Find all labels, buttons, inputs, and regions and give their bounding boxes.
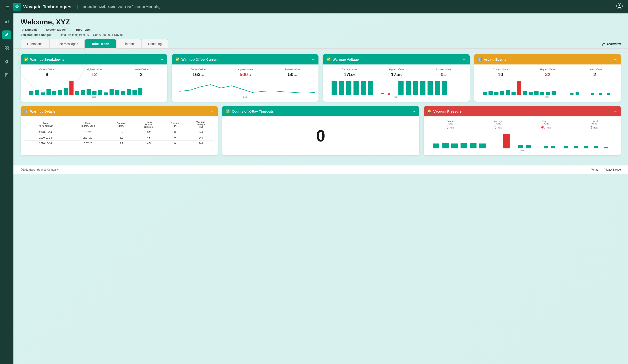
svg-rect-69 xyxy=(591,93,594,95)
main-content: Welcome, XYZ PA Number: System Model: Tu… xyxy=(13,13,628,364)
card-arrow-warmup-breakdowns[interactable]: → xyxy=(160,57,164,61)
card-warmup-voltage: ✅ Warmup Voltage → Current Value 175kV xyxy=(323,54,470,102)
table-row: 2020-10-1413:07:201.24.50244 xyxy=(24,135,214,141)
svg-rect-32 xyxy=(121,91,125,95)
card-arrow-xray[interactable]: → xyxy=(412,109,416,113)
vp-average: AverageValue 3 nbar xyxy=(475,120,521,130)
tab-filament[interactable]: Filament xyxy=(116,39,141,48)
svg-rect-30 xyxy=(109,89,114,95)
card-header-warmup-voltage: ✅ Warmup Voltage → xyxy=(323,54,470,65)
svg-rect-23 xyxy=(70,80,74,95)
svg-rect-78 xyxy=(479,144,486,148)
tab-operations[interactable]: Operations xyxy=(21,39,49,48)
sidebar-item-reports[interactable] xyxy=(2,71,11,80)
stat-lowest-wb: Lowest Value 2 xyxy=(134,68,149,77)
sidebar-item-settings[interactable] xyxy=(2,57,11,66)
privacy-link[interactable]: Privacy Notice xyxy=(604,168,621,171)
logo: Waygate Technologies xyxy=(13,3,71,11)
check-icon-3: ✅ xyxy=(326,57,331,61)
tab-bar: Operations Tube Messages Tube Health Fil… xyxy=(13,39,628,49)
card-arrow-arcing[interactable]: → xyxy=(614,57,617,61)
user-menu[interactable] xyxy=(616,3,623,10)
tube-type: Tube Type: xyxy=(76,28,90,31)
info-icon-2: ℹ️ xyxy=(24,109,28,113)
nav-subtitle: Inspection Works Care – Asset Performanc… xyxy=(83,5,160,8)
svg-rect-88 xyxy=(604,147,608,148)
logo-icon xyxy=(13,3,21,11)
svg-rect-66 xyxy=(552,91,556,95)
svg-rect-51 xyxy=(435,81,440,95)
check-icon-2: ✅ xyxy=(175,57,180,61)
svg-rect-16 xyxy=(29,91,34,95)
card-arcing-events: ℹ️ Arcing Events → Current Value 10 xyxy=(474,54,621,102)
svg-rect-57 xyxy=(500,91,504,95)
svg-rect-3 xyxy=(6,21,7,23)
svg-rect-40 xyxy=(346,81,351,95)
card-arrow-voltage[interactable]: → xyxy=(463,57,466,61)
col-duration: Duration(Min.) xyxy=(108,120,135,129)
svg-rect-60 xyxy=(517,81,521,95)
warmup-details-table: Date(YYYY-MM-DD) Time(Hr.:Min.:Sec.) Dur… xyxy=(24,120,214,146)
svg-rect-39 xyxy=(339,81,344,95)
svg-rect-58 xyxy=(506,90,510,95)
col-date: Date(YYYY-MM-DD) xyxy=(24,120,67,129)
x-axis-label-wb: Date xyxy=(24,96,164,98)
svg-point-1 xyxy=(619,4,620,6)
card-arrow-offset[interactable]: → xyxy=(311,57,315,61)
card-header-vacuum: 🔔 Vacuum Pressure → xyxy=(424,106,621,116)
data-available: Data Available from 2018-Sep-01 to 2021-… xyxy=(60,33,124,36)
x-axis-label-vp: Time xyxy=(427,149,617,151)
svg-rect-35 xyxy=(138,88,143,95)
svg-rect-59 xyxy=(512,92,516,95)
svg-rect-48 xyxy=(413,81,418,95)
svg-rect-52 xyxy=(442,81,447,95)
overview-button[interactable]: Overview xyxy=(602,42,621,46)
card-arrow-vacuum[interactable]: → xyxy=(614,109,617,113)
sidebar-item-edit[interactable] xyxy=(2,30,11,39)
svg-rect-64 xyxy=(540,92,545,95)
tab-tube-messages[interactable]: Tube Messages xyxy=(49,39,84,48)
svg-rect-18 xyxy=(41,92,45,95)
stat-lowest-wo: Lowest Value 50μA xyxy=(285,68,300,77)
svg-rect-85 xyxy=(574,146,578,148)
card-warmup-details: ℹ️ Warmup Details → Date(YYYY-MM-DD) Tim… xyxy=(21,106,218,155)
svg-rect-4 xyxy=(8,20,8,23)
col-breakdowns: BreakDowns(Counts) xyxy=(135,120,162,129)
check-icon: ✅ xyxy=(24,57,28,61)
card-title-left: ✅ Warmup Breakdowns xyxy=(24,57,65,61)
svg-rect-21 xyxy=(58,90,62,95)
sidebar-item-analytics[interactable] xyxy=(2,17,11,26)
svg-rect-34 xyxy=(132,90,137,95)
card-warmup-offset: ✅ Warmup Offset Current → Current Value … xyxy=(172,54,318,102)
stat-lowest-ae: Lowest Value 2 xyxy=(587,68,602,77)
footer: ©2021 Baker Hughes Company Terms Privacy… xyxy=(13,165,628,174)
xray-count: 0 xyxy=(226,120,416,152)
terms-link[interactable]: Terms xyxy=(591,168,598,171)
svg-rect-28 xyxy=(98,90,102,95)
system-model: System Model: xyxy=(46,28,67,31)
card-body-arcing: Current Value 10 Highest Value 32 Lowest… xyxy=(474,65,621,102)
time-range: Selected Time Range: xyxy=(21,33,51,36)
x-axis-label-wv: Time xyxy=(326,96,466,98)
svg-rect-17 xyxy=(35,90,39,95)
sidebar-item-view[interactable] xyxy=(2,44,11,53)
card-header-details: ℹ️ Warmup Details → xyxy=(21,106,218,116)
copyright: ©2021 Baker Hughes Company xyxy=(21,168,59,171)
footer-links: Terms Privacy Notice xyxy=(591,168,621,171)
cards-area: ✅ Warmup Breakdowns → Current Value 8 xyxy=(13,49,628,165)
tab-tube-health[interactable]: Tube Health xyxy=(85,39,116,48)
card-arrow-details[interactable]: → xyxy=(211,109,214,113)
svg-rect-38 xyxy=(332,81,337,95)
x-axis-label-wo: Date xyxy=(175,96,315,98)
pa-number: PA Number: xyxy=(21,28,37,31)
bell-icon: 🔔 xyxy=(427,109,432,113)
tab-centering[interactable]: Centering xyxy=(142,39,168,48)
stats-row-ae: Current Value 10 Highest Value 32 Lowest… xyxy=(478,68,617,77)
svg-rect-46 xyxy=(398,81,403,95)
header-meta: PA Number: System Model: Tube Type: xyxy=(21,28,621,31)
svg-rect-49 xyxy=(420,81,425,95)
brand-name: Waygate Technologies xyxy=(23,4,71,9)
hamburger-menu[interactable]: ☰ xyxy=(5,4,9,9)
svg-rect-27 xyxy=(92,91,96,95)
svg-rect-82 xyxy=(544,146,548,148)
